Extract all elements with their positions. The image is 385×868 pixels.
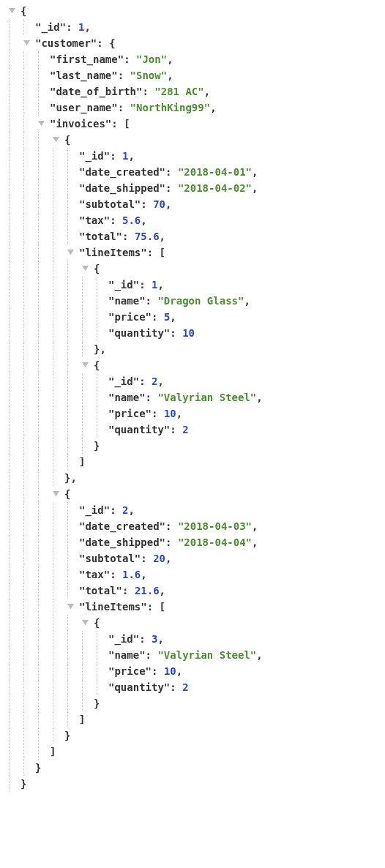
indent-gutter	[6, 711, 79, 727]
expand-toggle-icon[interactable]	[67, 244, 79, 261]
json-line: ]	[6, 744, 379, 760]
indent-guide	[38, 647, 50, 663]
indent-gutter	[6, 309, 108, 325]
indent-gutter	[6, 341, 94, 357]
indent-guide	[23, 228, 35, 244]
json-close-bracket: ]	[79, 454, 85, 470]
indent-guide	[23, 83, 35, 100]
json-string: "2018-04-01"	[178, 164, 252, 180]
indent-guide	[67, 261, 79, 277]
indent-guide	[23, 196, 35, 212]
indent-guide	[23, 679, 35, 695]
json-string: "Jon"	[136, 51, 167, 67]
indent-guide	[38, 663, 50, 679]
indent-guide	[97, 277, 108, 293]
json-close-brace: }	[94, 438, 100, 454]
json-comma: ,	[252, 164, 258, 180]
json-line: ]	[6, 711, 379, 727]
indent-guide	[53, 599, 64, 615]
indent-guide	[82, 293, 94, 309]
indent-guide	[9, 486, 20, 502]
expand-toggle-icon[interactable]	[82, 615, 94, 631]
indent-guide	[67, 438, 79, 454]
indent-guide	[23, 325, 35, 341]
indent-guide	[38, 534, 50, 550]
expand-toggle-icon[interactable]	[38, 116, 50, 132]
indent-guide	[82, 663, 94, 679]
indent-guide	[53, 341, 64, 357]
indent-guide	[53, 647, 64, 663]
expand-toggle-icon[interactable]	[9, 3, 20, 19]
indent-guide	[97, 389, 108, 405]
indent-guide	[53, 550, 64, 566]
indent-guide	[9, 518, 20, 534]
indent-guide	[53, 148, 64, 164]
json-comma: ,	[84, 19, 90, 35]
json-key: "_id"	[79, 502, 110, 518]
json-colon: :	[170, 422, 182, 438]
json-comma: ,	[176, 663, 182, 679]
indent-gutter	[6, 438, 94, 454]
json-colon: :	[170, 679, 182, 695]
json-open-brace: {	[94, 261, 100, 277]
json-colon: :	[97, 35, 109, 51]
indent-guide	[38, 438, 50, 454]
indent-guide	[67, 180, 79, 196]
indent-guide	[82, 373, 94, 389]
json-number: 5	[164, 309, 170, 325]
indent-guide	[38, 67, 50, 83]
indent-guide	[9, 760, 20, 776]
json-colon: :	[141, 550, 153, 566]
indent-guide	[97, 663, 108, 679]
indent-guide	[53, 261, 64, 277]
json-colon: :	[110, 212, 122, 228]
json-line: "price": 5,	[6, 309, 379, 325]
json-colon: :	[152, 663, 164, 679]
indent-guide	[9, 357, 20, 373]
indent-gutter	[6, 212, 79, 228]
indent-gutter	[6, 132, 64, 148]
json-line: "_id": 1,	[6, 148, 379, 164]
indent-guide	[38, 486, 50, 502]
indent-gutter	[6, 760, 35, 776]
json-key: "customer"	[35, 35, 97, 51]
indent-guide	[23, 261, 35, 277]
indent-guide	[23, 116, 35, 132]
indent-gutter	[6, 615, 94, 631]
indent-guide	[38, 679, 50, 695]
indent-guide	[9, 212, 20, 228]
json-line: "invoices": [	[6, 116, 379, 132]
json-open-brace: {	[109, 35, 115, 51]
indent-guide	[38, 309, 50, 325]
json-colon: :	[165, 534, 178, 550]
json-colon: :	[147, 244, 160, 261]
json-line: "tax": 1.6,	[6, 566, 379, 583]
json-number: 5.6	[122, 212, 141, 228]
json-colon: :	[110, 148, 122, 164]
indent-guide	[9, 405, 20, 422]
expand-toggle-icon[interactable]	[82, 357, 94, 373]
indent-guide	[38, 277, 50, 293]
json-key: "tax"	[79, 212, 110, 228]
expand-toggle-icon[interactable]	[67, 599, 79, 615]
expand-toggle-icon[interactable]	[23, 35, 35, 51]
indent-guide	[97, 405, 108, 422]
json-number: 1.6	[122, 566, 141, 583]
json-string: "2018-04-03"	[178, 518, 252, 534]
indent-guide	[38, 341, 50, 357]
expand-toggle-icon[interactable]	[53, 486, 64, 502]
indent-guide	[38, 405, 50, 422]
json-comma: ,	[157, 373, 163, 389]
indent-gutter	[6, 583, 79, 599]
indent-guide	[38, 180, 50, 196]
indent-gutter	[6, 325, 108, 341]
json-colon: :	[110, 566, 122, 583]
json-line: "_id": 1,	[6, 277, 379, 293]
indent-guide	[67, 373, 79, 389]
indent-guide	[53, 679, 64, 695]
json-number: 10	[182, 325, 195, 341]
expand-toggle-icon[interactable]	[53, 132, 64, 148]
expand-toggle-icon[interactable]	[82, 261, 94, 277]
indent-guide	[23, 550, 35, 566]
json-colon: :	[152, 405, 164, 422]
